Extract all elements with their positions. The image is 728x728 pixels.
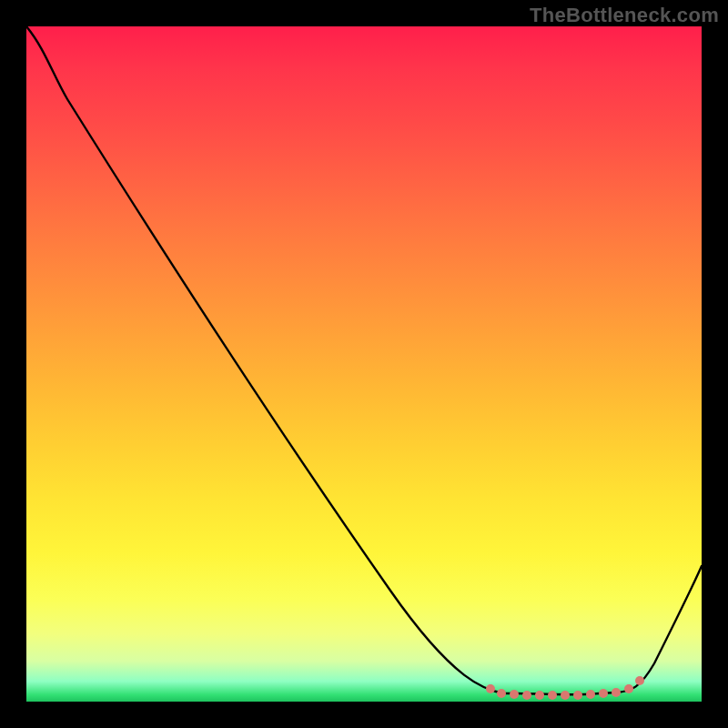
plot-area <box>26 26 702 702</box>
svg-point-7 <box>573 691 582 700</box>
chart-container: TheBottleneck.com <box>0 0 728 728</box>
svg-point-0 <box>486 684 495 693</box>
svg-point-5 <box>548 691 557 700</box>
svg-point-8 <box>586 690 595 699</box>
svg-point-2 <box>510 690 519 699</box>
svg-point-6 <box>561 691 570 700</box>
bottleneck-curve <box>26 26 702 694</box>
svg-point-10 <box>612 688 621 697</box>
svg-point-3 <box>522 691 531 700</box>
svg-point-11 <box>624 684 633 693</box>
curve-layer <box>26 26 702 702</box>
watermark-text: TheBottleneck.com <box>530 4 719 27</box>
svg-point-9 <box>599 689 608 698</box>
marker-dots <box>486 676 644 700</box>
svg-point-1 <box>497 689 506 698</box>
svg-point-12 <box>635 676 644 685</box>
svg-point-4 <box>535 691 544 700</box>
